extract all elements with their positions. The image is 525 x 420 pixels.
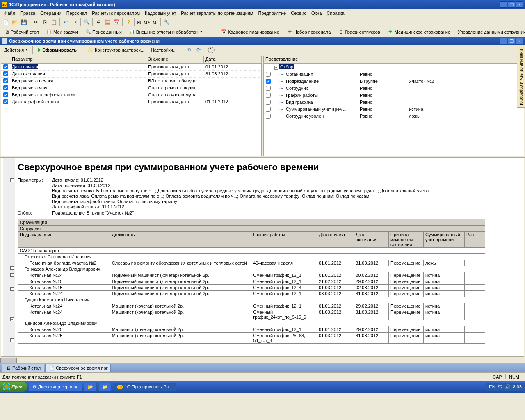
filter-checkbox[interactable]	[266, 72, 271, 77]
find-icon[interactable]: 🔍	[82, 18, 91, 26]
collapse-icon[interactable]: −	[274, 66, 278, 70]
menu-salary-org[interactable]: Расчет зарплаты по организациям	[178, 10, 256, 16]
minimize-button[interactable]: _	[500, 1, 507, 8]
filter-row[interactable]: ┈– Сотрудник Равно	[264, 84, 524, 91]
actions-dropdown[interactable]: Действия▾	[2, 47, 30, 53]
help-icon[interactable]: ?	[124, 18, 132, 26]
tools-icon[interactable]: 🔧	[162, 18, 171, 26]
filter-checkbox[interactable]	[266, 86, 271, 91]
task-explorer[interactable]: 📂	[84, 383, 97, 391]
menu-service[interactable]: Сервис	[288, 10, 309, 16]
outline-collapse-icon[interactable]: −	[10, 338, 14, 342]
maximize-button[interactable]: ❐	[508, 1, 515, 8]
m-plus-button[interactable]: M+	[143, 20, 151, 25]
tray-icon[interactable]: 🔊	[505, 384, 511, 390]
param-checkbox[interactable]	[3, 71, 8, 76]
tray-lang[interactable]: EN	[489, 384, 495, 389]
filter-root-row[interactable]: −Отбор	[264, 64, 524, 71]
nav-hr-planning[interactable]: 📅Кадровое планирование	[219, 28, 281, 36]
wtab-document[interactable]: 📄Сверхурочное время при су...	[45, 364, 111, 372]
save-icon[interactable]: 💾	[20, 18, 28, 26]
param-checkbox[interactable]	[3, 99, 8, 104]
menu-hr[interactable]: Кадровый учет	[142, 10, 178, 16]
nav-tasks[interactable]: 📋Мои задачи	[44, 28, 80, 36]
filter-row[interactable]: ┈– Суммированный учет врем... Равно исти…	[264, 105, 524, 112]
settings-constructor-button[interactable]: ✨Конструктор настроек...	[84, 46, 147, 54]
nav-recruitment[interactable]: ✚Набор персонала	[285, 28, 333, 36]
outline-collapse-icon[interactable]: −	[10, 317, 14, 321]
menu-personnel[interactable]: Персонал	[64, 10, 90, 16]
nav-vacation[interactable]: 🗓График отпусков	[336, 28, 382, 36]
close-button[interactable]: ×	[516, 1, 523, 8]
data-row[interactable]: Котельная №15 Подменный машинист (кочега…	[18, 285, 485, 291]
data-row[interactable]: Котельная №25 Машинист (кочегар) котельн…	[18, 326, 485, 333]
doc-close-button[interactable]: ×	[516, 38, 523, 44]
menu-payroll-calc[interactable]: Расчеты с персоналом	[89, 10, 142, 16]
param-checkbox[interactable]	[3, 85, 8, 90]
filter-checkbox[interactable]	[266, 79, 271, 84]
copy-icon[interactable]: ⎘	[41, 18, 49, 26]
nav-ext-reports[interactable]: 📊Внешние отчеты и обработки▼	[127, 28, 205, 36]
filter-checkbox[interactable]	[266, 100, 271, 105]
start-button[interactable]: Пуск	[0, 382, 27, 392]
filter-checkbox[interactable]	[266, 107, 271, 112]
m-button[interactable]: M	[136, 20, 142, 25]
generate-button[interactable]: Сформировать	[35, 47, 79, 53]
nav-emp-data[interactable]: Управление данными сотрудника▼	[456, 29, 525, 35]
outline-collapse-icon[interactable]: −	[10, 178, 14, 182]
param-row[interactable]: Дата тарифной ставки Произвольная дата 0…	[1, 98, 261, 105]
m-minus-button[interactable]: M-	[152, 20, 159, 25]
side-tab-ext-reports[interactable]: Внешние отчеты и обработки	[517, 46, 525, 108]
task-folder[interactable]: 📁	[98, 383, 112, 391]
menu-edit[interactable]: Правка	[18, 10, 38, 16]
data-row[interactable]: Котельная №24 Подменный машинист (кочега…	[18, 272, 485, 278]
new-icon[interactable]: 📄	[2, 18, 10, 26]
tool-b1-icon[interactable]: ⟲	[185, 46, 193, 54]
param-row[interactable]: Вид расчета тарифной ставки Оплата по ча…	[1, 91, 261, 98]
param-row[interactable]: Дата начала Произвольная дата 01.01.2012	[1, 64, 261, 71]
help-icon-2[interactable]: ?	[208, 47, 215, 53]
nav-search[interactable]: 🔍Поиск данных	[83, 28, 124, 36]
system-tray[interactable]: EN 🛡 🔊 8:03	[486, 383, 525, 391]
undo-icon[interactable]: ↶	[62, 18, 70, 26]
menu-help[interactable]: Справка	[324, 10, 347, 16]
horizontal-scrollbar[interactable]	[0, 357, 525, 363]
tray-clock[interactable]: 8:03	[513, 384, 522, 389]
filter-row[interactable]: ┈– Подразделение В группе Участок №2	[264, 78, 524, 84]
settings-button[interactable]: Настройки...	[148, 47, 179, 53]
wtab-desktop[interactable]: 🖥Рабочий стол	[2, 364, 44, 372]
data-row[interactable]: Котельная №15 Подменный машинист (кочега…	[18, 278, 485, 285]
param-row[interactable]: Вид расчета явка Оплата ремонта водителя…	[1, 84, 261, 91]
param-row[interactable]: Вид расчета неявка БЛ по травме в быту (…	[1, 78, 261, 84]
outline-collapse-icon[interactable]: −	[10, 273, 14, 277]
outline-collapse-icon[interactable]: −	[10, 266, 14, 270]
data-row[interactable]: Котельная №24 Машинист (кочегар) котельн…	[18, 309, 485, 320]
data-row[interactable]: Котельная №25 Машинист (кочегар) котельн…	[18, 333, 485, 344]
print-icon[interactable]: 🖨	[94, 18, 103, 26]
nav-medical[interactable]: ✚Медицинское страхование	[386, 28, 452, 36]
filter-row[interactable]: ┈– Вид графика Равно	[264, 98, 524, 105]
filter-row[interactable]: ┈– Организация Равно	[264, 71, 524, 78]
filter-row[interactable]: ┈– Сотрудник уволен Равно ложь	[264, 112, 524, 119]
nav-desktop[interactable]: 🖥Рабочий стол	[2, 28, 41, 36]
calendar-icon[interactable]: 📅	[112, 18, 121, 26]
param-checkbox[interactable]	[3, 64, 8, 69]
cut-icon[interactable]: ✂	[32, 18, 40, 26]
outline-collapse-icon[interactable]: −	[10, 287, 14, 291]
menu-file[interactable]: Файл	[2, 10, 18, 16]
open-icon[interactable]: 📂	[11, 18, 19, 26]
param-row[interactable]: Дата окончания Произвольная дата 31.03.2…	[1, 71, 261, 78]
task-server-manager[interactable]: ⚙Диспетчер сервера	[29, 383, 82, 391]
data-row[interactable]: Котельная №24 Подменный машинист (кочега…	[18, 291, 485, 297]
menu-operations[interactable]: Операции	[38, 10, 64, 16]
filter-row[interactable]: ┈– График работы Равно	[264, 91, 524, 98]
menu-windows[interactable]: Окна	[309, 10, 324, 16]
menu-enterprise[interactable]: Предприятие	[256, 10, 288, 16]
filter-checkbox[interactable]	[266, 114, 271, 119]
redo-icon[interactable]: ↷	[71, 18, 79, 26]
data-row[interactable]: Ремонтная бригада участка №2 Слесарь по …	[18, 260, 485, 266]
tray-icon[interactable]: 🛡	[498, 384, 502, 389]
param-checkbox[interactable]	[3, 78, 8, 83]
doc-maximize-button[interactable]: ❐	[508, 38, 515, 44]
doc-minimize-button[interactable]: _	[500, 38, 507, 44]
